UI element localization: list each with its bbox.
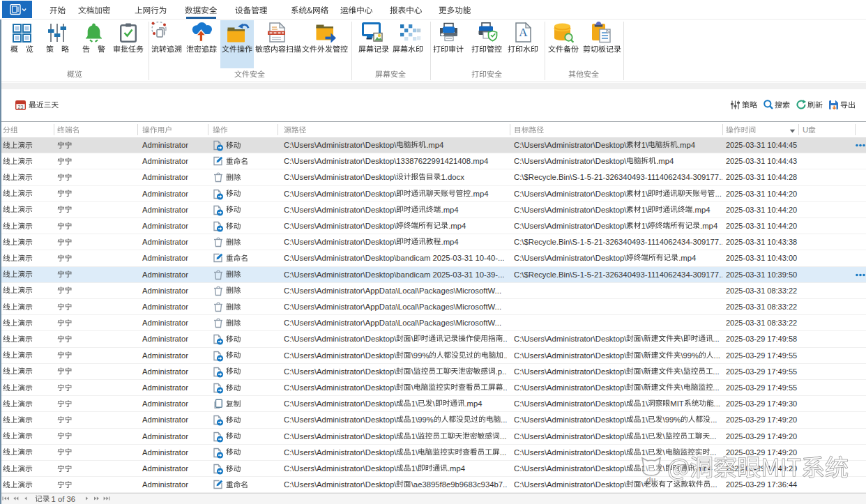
svg-text:du: du: [646, 475, 655, 484]
svg-text:23: 23: [18, 105, 24, 109]
